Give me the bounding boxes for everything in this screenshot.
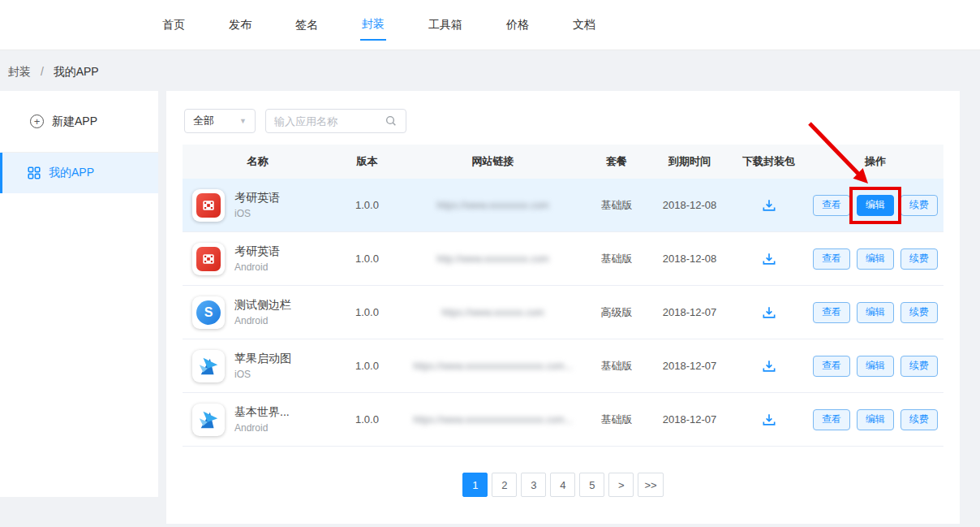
table-row: 苹果启动图 iOS 1.0.0 https://www.xxxxxxxxxxxx… xyxy=(183,339,943,393)
masked-website-link: https://www.xxxxxx.com xyxy=(441,307,544,318)
filter-bar: 全部 ▼ xyxy=(184,109,406,133)
grid-icon xyxy=(28,166,41,179)
edit-button[interactable]: 编辑 xyxy=(857,409,894,430)
app-version: 1.0.0 xyxy=(333,199,402,211)
table-row: 考研英语 Android 1.0.0 http://www.xxxxxxxxx.… xyxy=(183,232,943,286)
masked-website-link: http://www.xxxxxxxxx.com xyxy=(436,253,549,265)
nav-home[interactable]: 首页 xyxy=(161,11,187,40)
download-icon[interactable] xyxy=(761,305,777,321)
edit-button[interactable]: 编辑 xyxy=(857,356,894,377)
header-link: 网站链接 xyxy=(402,154,584,169)
search-box xyxy=(265,109,406,133)
app-plan: 基础版 xyxy=(584,359,649,374)
nav-publish[interactable]: 发布 xyxy=(227,11,253,40)
nav-docs[interactable]: 文档 xyxy=(571,11,597,40)
crane-app-icon xyxy=(192,404,225,436)
renew-button[interactable]: 续费 xyxy=(900,302,938,323)
renew-button[interactable]: 续费 xyxy=(900,409,938,430)
sidebar-item-new-app[interactable]: + 新建APP xyxy=(0,91,158,153)
header-version: 版本 xyxy=(333,154,402,169)
view-button[interactable]: 查看 xyxy=(813,409,850,430)
sidebar-item-my-apps[interactable]: 我的APP xyxy=(0,153,158,193)
app-version: 1.0.0 xyxy=(333,413,402,425)
masked-website-link: https://www.xxxxxxxxxxxxxxxx.com... xyxy=(413,361,573,372)
page-button-5[interactable]: 5 xyxy=(579,473,604,497)
header-actions: 操作 xyxy=(807,154,943,169)
search-input[interactable] xyxy=(274,115,385,127)
app-expiry: 2018-12-07 xyxy=(649,413,730,425)
breadcrumb-root[interactable]: 封装 xyxy=(8,65,31,78)
header-download: 下载封装包 xyxy=(730,154,807,169)
chevron-down-icon: ▼ xyxy=(239,117,247,125)
app-plan: 基础版 xyxy=(584,198,649,213)
sidebar: + 新建APP 我的APP xyxy=(0,91,158,497)
app-name: 测试侧边栏 xyxy=(234,298,291,313)
plus-circle-icon: + xyxy=(30,114,44,128)
masked-website-link: https://www.xxxxxxxxxxxxxxxx.com... xyxy=(413,414,573,425)
view-button[interactable]: 查看 xyxy=(813,356,850,377)
main-content: 全部 ▼ 名称 版本 网站链接 套餐 到期时间 下载封装包 操作 xyxy=(166,91,960,524)
apps-table: 名称 版本 网站链接 套餐 到期时间 下载封装包 操作 考研英语 iOS xyxy=(183,145,943,447)
app-plan: 高级版 xyxy=(584,305,649,320)
app-name: 基本世界... xyxy=(234,405,290,420)
app-version: 1.0.0 xyxy=(333,253,402,265)
edit-button[interactable]: 编辑 xyxy=(857,195,894,216)
nav-package[interactable]: 封装 xyxy=(360,10,386,41)
app-name: 考研英语 xyxy=(234,191,280,205)
download-icon[interactable] xyxy=(761,412,777,428)
nav-price[interactable]: 价格 xyxy=(505,11,531,40)
next-page-button[interactable]: > xyxy=(608,473,634,497)
film-app-icon xyxy=(192,189,225,222)
top-navigation: 首页 发布 签名 封装 工具箱 价格 文档 xyxy=(0,0,980,50)
table-header-row: 名称 版本 网站链接 套餐 到期时间 下载封装包 操作 xyxy=(183,145,943,179)
app-version: 1.0.0 xyxy=(333,306,402,318)
category-dropdown[interactable]: 全部 ▼ xyxy=(184,109,256,133)
nav-signature[interactable]: 签名 xyxy=(294,11,320,40)
page-button-3[interactable]: 3 xyxy=(521,473,546,497)
view-button[interactable]: 查看 xyxy=(813,248,850,270)
breadcrumb-current: 我的APP xyxy=(54,65,99,78)
app-plan: 基础版 xyxy=(584,413,649,427)
app-version: 1.0.0 xyxy=(333,360,402,372)
category-dropdown-value: 全部 xyxy=(193,114,214,128)
download-icon[interactable] xyxy=(761,197,777,214)
app-expiry: 2018-12-07 xyxy=(649,306,730,318)
edit-button[interactable]: 编辑 xyxy=(857,248,894,270)
app-name: 考研英语 xyxy=(234,244,280,259)
nav-toolbox[interactable]: 工具箱 xyxy=(427,11,464,40)
download-icon[interactable] xyxy=(761,251,777,267)
page-button-4[interactable]: 4 xyxy=(550,473,575,497)
crane-app-icon xyxy=(192,350,225,382)
renew-button[interactable]: 续费 xyxy=(900,356,938,377)
table-row: 基本世界... Android 1.0.0 https://www.xxxxxx… xyxy=(183,393,943,447)
s-logo-app-icon: S xyxy=(192,296,225,329)
app-platform: Android xyxy=(234,261,280,273)
app-expiry: 2018-12-08 xyxy=(649,199,730,211)
sidebar-item-label: 新建APP xyxy=(52,114,97,129)
table-row: 考研英语 iOS 1.0.0 https://www.xxxxxxxx.com … xyxy=(183,179,943,232)
header-name: 名称 xyxy=(183,154,333,169)
last-page-button[interactable]: >> xyxy=(638,473,663,497)
download-icon[interactable] xyxy=(761,358,777,374)
app-platform: Android xyxy=(234,422,290,434)
pagination: 1 2 3 4 5 > >> xyxy=(166,473,960,497)
page-button-2[interactable]: 2 xyxy=(492,473,517,497)
edit-button[interactable]: 编辑 xyxy=(857,302,894,323)
page-button-1[interactable]: 1 xyxy=(462,473,488,497)
renew-button[interactable]: 续费 xyxy=(900,195,938,216)
sidebar-item-label: 我的APP xyxy=(49,166,94,180)
masked-website-link: https://www.xxxxxxxx.com xyxy=(436,200,549,211)
app-platform: iOS xyxy=(234,369,291,380)
search-icon[interactable] xyxy=(385,114,398,127)
app-platform: iOS xyxy=(234,208,280,219)
view-button[interactable]: 查看 xyxy=(813,195,850,216)
header-plan: 套餐 xyxy=(584,154,649,169)
film-app-icon xyxy=(192,243,225,275)
app-platform: Android xyxy=(234,315,291,326)
renew-button[interactable]: 续费 xyxy=(900,248,938,270)
app-expiry: 2018-12-07 xyxy=(649,360,730,372)
header-expiry: 到期时间 xyxy=(649,154,730,169)
view-button[interactable]: 查看 xyxy=(813,302,850,323)
breadcrumb: 封装 / 我的APP xyxy=(8,65,99,80)
breadcrumb-separator: / xyxy=(41,65,44,78)
